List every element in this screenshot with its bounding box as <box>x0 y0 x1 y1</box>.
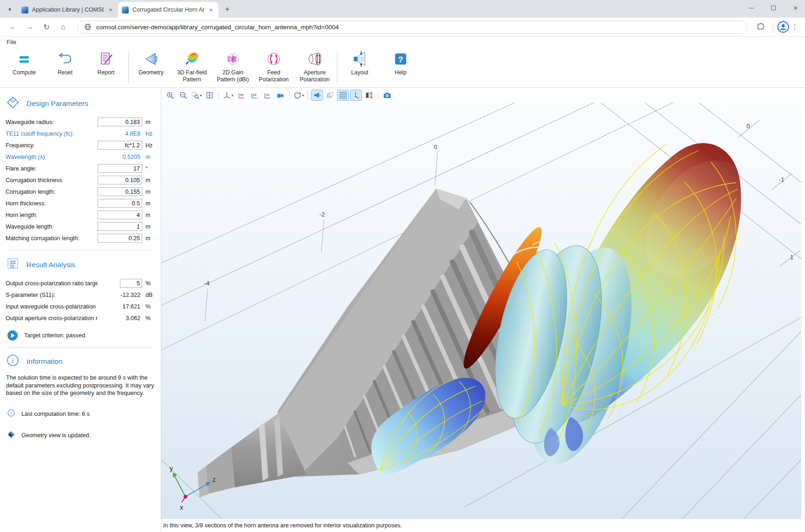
divider <box>7 347 153 348</box>
input-cross-pol-value: 17.621 <box>98 303 142 310</box>
screenshot-button[interactable] <box>381 90 393 101</box>
te11-cutoff-value: 4.8E8 <box>98 131 142 137</box>
tab-search-button[interactable]: ▾ <box>4 3 16 15</box>
gain-2d-button[interactable]: 2D Gain Pattern (dBi) <box>212 49 253 83</box>
url-bar[interactable]: comsol.com/server-demo/app/library_corru… <box>77 20 748 34</box>
window-close-button[interactable]: ✕ <box>791 3 800 13</box>
tab-application-library[interactable]: Application Library | COMSOL S ✕ <box>18 2 118 18</box>
aperture-polarization-button[interactable]: Aperture Polarization <box>294 49 335 83</box>
divider <box>378 91 378 100</box>
report-icon <box>97 50 115 68</box>
new-tab-button[interactable]: + <box>221 3 233 15</box>
result-row: Output aperture cross-polarization ratio… <box>6 312 154 324</box>
svg-text:yz: yz <box>253 92 257 97</box>
default-view-button[interactable] <box>274 90 286 101</box>
frequency-input[interactable] <box>98 141 142 150</box>
divider <box>128 50 129 84</box>
grid-toggle[interactable] <box>337 90 349 101</box>
minimize-button[interactable] <box>746 3 756 13</box>
param-row: Corrugation thicknessm <box>6 174 154 186</box>
information-title: Information <box>26 357 63 366</box>
profile-avatar[interactable] <box>777 21 789 33</box>
extensions-icon[interactable] <box>754 20 767 33</box>
matching-corrugation-length-input[interactable] <box>98 234 142 243</box>
reset-icon <box>56 50 74 68</box>
param-row: Waveguide radius:m <box>6 116 154 128</box>
tab-title: Application Library | COMSOL S <box>32 7 104 13</box>
corrugation-length-input[interactable] <box>98 187 142 196</box>
axes-toggle[interactable] <box>350 90 362 101</box>
geometry-horn-icon <box>142 50 160 68</box>
layout-button[interactable]: Layout <box>339 49 380 76</box>
result-analysis-icon <box>7 257 19 272</box>
view-xy-button[interactable]: xy <box>235 90 247 101</box>
zoom-out-button[interactable] <box>177 90 189 101</box>
browser-window: ▾ Application Library | COMSOL S ✕ Corru… <box>0 0 805 532</box>
view-caption: In this view, 3/8 sections of the horn a… <box>161 519 801 532</box>
tab-strip: ▾ Application Library | COMSOL S ✕ Corru… <box>0 0 805 18</box>
back-button[interactable]: ← <box>7 20 20 33</box>
flare-angle-input[interactable] <box>98 164 142 173</box>
waveguide-radius-input[interactable] <box>98 118 142 126</box>
view-orientation-button[interactable]: ▾ <box>222 90 234 101</box>
settings-panel: Design Parameters Waveguide radius:m TE1… <box>0 88 161 532</box>
gain-2d-icon <box>224 50 242 68</box>
info-circle-icon: i <box>7 409 15 419</box>
divider <box>308 91 308 100</box>
browser-actions: ⋮ <box>752 20 800 33</box>
browser-toolbar: ← → ↻ ⌂ comsol.com/server-demo/app/libra… <box>0 18 805 37</box>
result-row: Output cross-polarization ratio target:% <box>6 277 154 289</box>
feed-polarization-icon <box>265 50 283 68</box>
maximize-button[interactable] <box>769 3 778 13</box>
param-row: Frequency:Hz <box>6 139 154 151</box>
view-yz-button[interactable]: yz <box>248 90 260 101</box>
zoom-extents-button[interactable] <box>204 90 216 101</box>
legend-toggle[interactable] <box>363 90 375 101</box>
feed-polarization-button[interactable]: Feed Polarization <box>253 49 294 83</box>
far-field-3d-button[interactable]: 3D Far-field Pattern <box>172 49 212 83</box>
far-field-3d-icon <box>183 50 201 68</box>
play-icon[interactable] <box>7 330 18 341</box>
geometry-updated-row: Geometry view is updated. <box>7 431 154 440</box>
reset-button[interactable]: Reset <box>45 49 86 76</box>
transparency-button[interactable] <box>324 90 336 101</box>
file-menu[interactable]: File <box>7 39 16 46</box>
svg-text:x: x <box>180 504 183 511</box>
help-button[interactable]: ? Help <box>380 49 421 76</box>
geometry-button[interactable]: Geometry <box>131 49 172 76</box>
report-button[interactable]: Report <box>86 49 126 76</box>
close-icon[interactable]: ✕ <box>207 6 215 13</box>
forward-button[interactable]: → <box>23 20 36 33</box>
svg-text:?: ? <box>398 55 403 64</box>
compute-icon <box>15 50 33 68</box>
divider <box>218 91 219 100</box>
svg-text:i: i <box>12 356 13 364</box>
result-row: Input waveguide cross-polarization ratio… <box>6 301 154 312</box>
scene-sound-toggle[interactable] <box>311 90 323 101</box>
information-icon: i <box>7 354 19 368</box>
close-icon[interactable]: ✕ <box>107 6 114 13</box>
horn-thickness-input[interactable] <box>98 199 142 208</box>
svg-text:-1: -1 <box>779 176 785 183</box>
corrugation-thickness-input[interactable] <box>98 176 142 184</box>
app-menubar: File <box>0 37 805 47</box>
zoom-box-button[interactable]: ▾ <box>190 90 203 101</box>
site-info-icon[interactable] <box>84 23 92 31</box>
waveguide-length-input[interactable] <box>98 222 142 231</box>
svg-text:z: z <box>212 476 216 483</box>
reload-button[interactable]: ↻ <box>40 20 53 33</box>
chevron-down-icon: ▾ <box>8 7 11 13</box>
home-button[interactable]: ⌂ <box>57 20 70 33</box>
divider <box>289 91 290 100</box>
svg-text:y: y <box>170 465 173 472</box>
information-text: The solution time is expected to be arou… <box>6 374 154 397</box>
view-xz-button[interactable]: xz <box>261 90 273 101</box>
compute-button[interactable]: Compute <box>4 49 45 76</box>
tab-corrugated-horn[interactable]: Corrugated Circular Horn Anten ✕ <box>118 2 218 18</box>
cross-polarization-target-input[interactable] <box>120 279 142 288</box>
zoom-in-button[interactable] <box>164 90 176 101</box>
model-3d-view[interactable]: 0 -2 -4 0 -1 1 <box>161 103 801 519</box>
horn-length-input[interactable] <box>98 210 142 219</box>
browser-menu-icon[interactable]: ⋮ <box>789 23 800 31</box>
rotate-button[interactable]: ▾ <box>292 90 305 101</box>
